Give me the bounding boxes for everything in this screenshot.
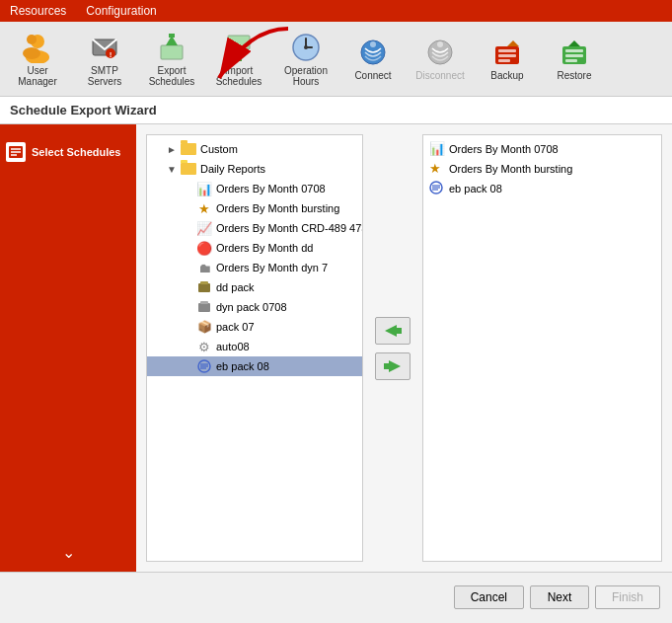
tree-item-pack07-label: pack 07 [216, 321, 255, 333]
tree-item-custom[interactable]: ► Custom [147, 139, 362, 159]
svg-point-18 [370, 41, 376, 47]
remove-from-selected-button[interactable] [375, 352, 411, 380]
expand-custom[interactable]: ► [167, 144, 181, 155]
connect-label: Connect [354, 70, 391, 81]
tree-item-obm-crd-label: Orders By Month CRD-489 473 [216, 222, 363, 234]
tree-item-obm-burst[interactable]: ★ Orders By Month bursting [147, 198, 362, 218]
next-button[interactable]: Next [530, 585, 589, 609]
connect-button[interactable]: Connect [341, 32, 405, 86]
tree-item-daily[interactable]: ▼ Daily Reports [147, 159, 362, 179]
tree-item-obm0708-label: Orders By Month 0708 [216, 183, 326, 195]
import-schedules-button[interactable]: Import Schedules [207, 27, 270, 92]
svg-rect-10 [228, 36, 250, 49]
tree-item-obm-dyn7[interactable]: 🖿 Orders By Month dyn 7 [147, 258, 362, 277]
menu-configuration[interactable]: Configuration [76, 2, 166, 20]
wizard-body: Select Schedules ⌄ ► Custom ▼ [0, 124, 672, 572]
cube-icon-ddpack [196, 279, 212, 295]
svg-rect-28 [565, 54, 583, 57]
svg-rect-23 [498, 54, 516, 57]
tree-item-obm0708[interactable]: 📊 Orders By Month 0708 [147, 179, 362, 198]
wizard-title: Schedule Export Wizard [0, 97, 672, 124]
chart-icon-sel-obm0708: 📊 [429, 141, 445, 157]
backup-button[interactable]: Backup [476, 32, 539, 86]
grey-icon-dyn7: 🖿 [196, 260, 212, 275]
folder-daily-icon [181, 161, 196, 177]
tree-item-obm-dd-label: Orders By Month dd [216, 242, 313, 254]
smtp-servers-button[interactable]: ! SMTP Servers [73, 27, 136, 92]
user-manager-label: User Manager [9, 65, 66, 87]
tree-panel[interactable]: ► Custom ▼ Daily Reports 📊 [146, 134, 363, 562]
svg-rect-47 [384, 363, 389, 369]
smtp-servers-label: SMTP Servers [76, 65, 133, 87]
import-schedules-icon [223, 32, 255, 63]
selected-item-obm-burst-label: Orders By Month bursting [449, 163, 572, 175]
ebpack-icon-sel [429, 181, 445, 196]
svg-rect-9 [169, 34, 175, 38]
svg-rect-45 [397, 328, 402, 334]
tree-item-ebpack08[interactable]: eb pack 08 [147, 356, 362, 376]
selected-item-obm0708-label: Orders By Month 0708 [449, 143, 559, 155]
tree-item-ddpack[interactable]: dd pack [147, 277, 362, 297]
chart-icon-crd: 📈 [196, 220, 212, 236]
selected-item-ebpack08[interactable]: eb pack 08 [423, 179, 661, 198]
operation-hours-icon [290, 32, 322, 63]
auto-icon-auto08: ⚙ [196, 339, 212, 354]
export-schedules-icon [156, 32, 187, 63]
svg-rect-12 [236, 57, 242, 61]
finish-button[interactable]: Finish [595, 585, 660, 609]
svg-point-3 [23, 47, 40, 59]
svg-point-16 [304, 45, 308, 49]
tree-item-dynpack[interactable]: dyn pack 0708 [147, 297, 362, 317]
disconnect-icon [424, 37, 456, 68]
step-select-schedules: Select Schedules [0, 134, 136, 170]
burst-icon-sel: ★ [429, 161, 445, 177]
svg-point-2 [27, 35, 37, 44]
burst-icon: ★ [196, 200, 212, 216]
tree-item-custom-label: Custom [200, 143, 238, 155]
backup-label: Backup [490, 70, 523, 81]
operation-hours-button[interactable]: Operation Hours [274, 27, 337, 92]
export-schedules-button[interactable]: Export Schedules [140, 27, 203, 92]
wizard-footer: Cancel Next Finish [0, 572, 672, 621]
svg-rect-36 [198, 283, 210, 292]
expand-daily[interactable]: ▼ [167, 164, 181, 175]
sidebar-scroll-down[interactable]: ⌄ [62, 543, 75, 562]
chart-icon-obm0708: 📊 [196, 181, 212, 196]
menu-resources[interactable]: Resources [0, 2, 76, 20]
tree-item-daily-label: Daily Reports [200, 163, 265, 175]
wizard-main: ► Custom ▼ Daily Reports 📊 [136, 124, 672, 572]
toolbar: User Manager ! SMTP Servers Export Sched… [0, 22, 672, 97]
smtp-servers-icon: ! [89, 32, 120, 63]
svg-marker-25 [507, 40, 519, 46]
ebpack-icon-ebpack08 [196, 358, 212, 374]
svg-text:!: ! [110, 50, 112, 59]
user-manager-button[interactable]: User Manager [6, 27, 69, 92]
selected-item-obm-burst[interactable]: ★ Orders By Month bursting [423, 159, 661, 179]
restore-icon [559, 37, 590, 68]
tree-item-ddpack-label: dd pack [216, 281, 255, 293]
menubar: Resources Configuration [0, 0, 672, 22]
operation-hours-label: Operation Hours [277, 65, 335, 87]
cancel-button[interactable]: Cancel [454, 585, 524, 609]
restore-label: Restore [557, 70, 591, 81]
tree-item-obm-crd[interactable]: 📈 Orders By Month CRD-489 473 [147, 218, 362, 238]
disconnect-button[interactable]: Disconnect [409, 32, 472, 86]
svg-marker-44 [385, 325, 397, 337]
transfer-arrows [371, 134, 414, 562]
tree-item-obm-dd[interactable]: 🔴 Orders By Month dd [147, 238, 362, 258]
tree-item-auto08[interactable]: ⚙ auto08 [147, 337, 362, 356]
selected-panel[interactable]: 📊 Orders By Month 0708 ★ Orders By Month… [422, 134, 662, 562]
connect-icon [357, 37, 389, 68]
tree-item-auto08-label: auto08 [216, 341, 250, 352]
step-label: Select Schedules [32, 146, 121, 158]
selected-item-ebpack08-label: eb pack 08 [449, 183, 502, 195]
svg-rect-27 [565, 49, 583, 52]
tree-item-obm-dyn7-label: Orders By Month dyn 7 [216, 262, 328, 273]
tree-item-pack07[interactable]: 📦 pack 07 [147, 317, 362, 337]
backup-icon [491, 37, 523, 68]
svg-point-20 [437, 41, 443, 47]
add-to-selected-button[interactable] [375, 317, 411, 345]
selected-item-obm0708[interactable]: 📊 Orders By Month 0708 [423, 139, 661, 159]
svg-rect-7 [161, 45, 183, 59]
restore-button[interactable]: Restore [543, 32, 606, 86]
